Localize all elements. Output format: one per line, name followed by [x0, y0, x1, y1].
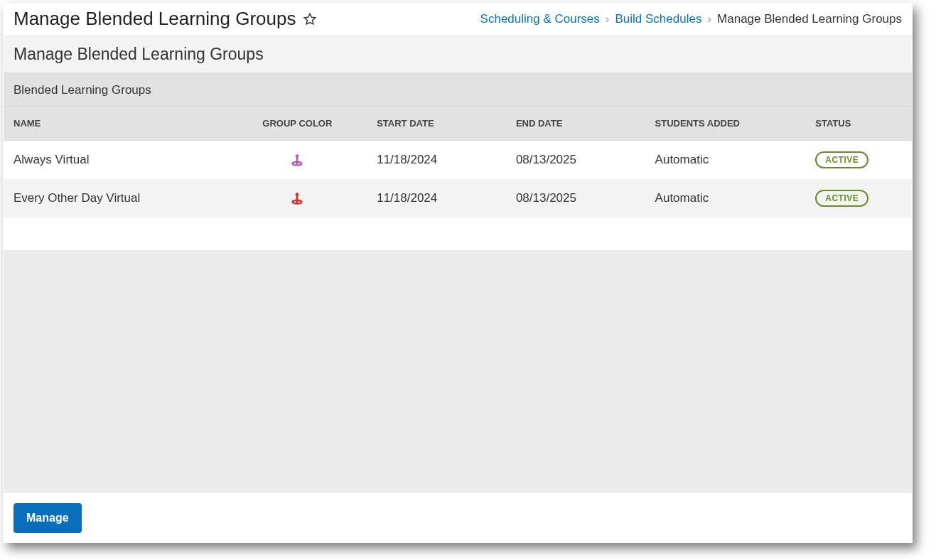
cell-name: Every Other Day Virtual: [4, 191, 227, 205]
section-bar: Manage Blended Learning Groups: [4, 36, 912, 73]
chevron-right-icon: ›: [706, 12, 713, 26]
page-header: Manage Blended Learning Groups Schedulin…: [4, 4, 912, 36]
cell-end-date: 08/13/2025: [506, 191, 645, 205]
cell-group-color: [227, 152, 367, 168]
col-end-date[interactable]: END DATE: [506, 118, 645, 129]
cell-students-added: Automatic: [645, 191, 806, 205]
section-title: Manage Blended Learning Groups: [14, 45, 902, 64]
cell-students-added: Automatic: [645, 153, 806, 167]
table-header-row: NAME GROUP COLOR START DATE END DATE STU…: [4, 107, 912, 141]
col-start-date[interactable]: START DATE: [367, 118, 506, 129]
page-title: Manage Blended Learning Groups: [14, 8, 296, 30]
table-row[interactable]: Always Virtual 11/18/2024 08/13/2025 Aut…: [4, 141, 912, 179]
status-badge: ACTIVE: [815, 190, 868, 207]
svg-point-5: [296, 200, 298, 203]
status-badge: ACTIVE: [815, 151, 868, 168]
groups-table: NAME GROUP COLOR START DATE END DATE STU…: [4, 107, 912, 492]
cell-start-date: 11/18/2024: [367, 153, 506, 167]
cell-status: ACTIVE: [805, 190, 912, 207]
table-row[interactable]: Every Other Day Virtual 11/18/2024 08/13…: [4, 179, 912, 217]
person-icon: [289, 190, 305, 206]
svg-point-2: [296, 162, 298, 165]
cell-name: Always Virtual: [4, 153, 227, 167]
cell-group-color: [227, 190, 367, 206]
chevron-right-icon: ›: [604, 12, 611, 26]
breadcrumb-scheduling-courses[interactable]: Scheduling & Courses: [480, 12, 600, 26]
manage-button[interactable]: Manage: [14, 503, 82, 533]
panel-title: Blended Learning Groups: [4, 73, 912, 107]
col-group-color[interactable]: GROUP COLOR: [227, 118, 367, 129]
table-empty-area: [4, 217, 912, 250]
footer-bar: Manage: [4, 492, 912, 542]
cell-end-date: 08/13/2025: [506, 153, 645, 167]
col-name[interactable]: NAME: [4, 118, 227, 129]
person-icon: [289, 152, 305, 168]
col-students-added[interactable]: STUDENTS ADDED: [645, 118, 806, 129]
favorite-star-icon[interactable]: [302, 11, 318, 27]
breadcrumb-current: Manage Blended Learning Groups: [717, 12, 902, 26]
col-status[interactable]: STATUS: [805, 118, 912, 129]
cell-start-date: 11/18/2024: [367, 191, 506, 205]
table-filler: [4, 250, 912, 492]
breadcrumb-build-schedules[interactable]: Build Schedules: [615, 12, 702, 26]
cell-status: ACTIVE: [805, 151, 912, 168]
breadcrumb: Scheduling & Courses › Build Schedules ›…: [480, 12, 902, 26]
